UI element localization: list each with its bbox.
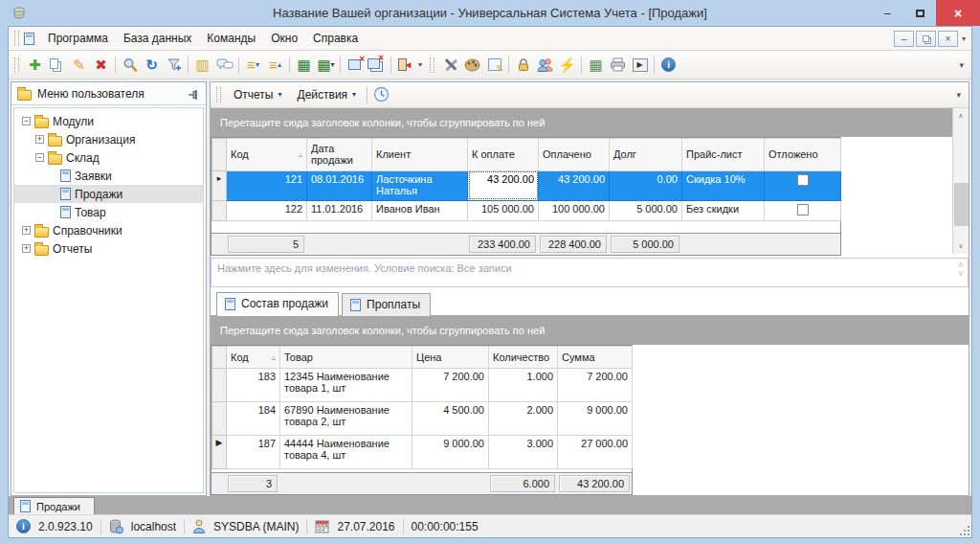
cell-debt[interactable]: 0.00 [610,170,682,200]
tab-payments[interactable]: Проплаты [342,293,431,316]
cell-price[interactable]: 9 000.00 [412,436,489,469]
cell-pricelist[interactable]: Скидка 10% [682,170,765,200]
column-header-paid[interactable]: Оплачено [539,138,610,170]
column-header-code[interactable]: Код▵ [227,138,307,170]
cell-code[interactable]: 184 [227,402,280,436]
cell-paid[interactable]: 100 000.00 [539,200,610,220]
cell-sum[interactable]: 7 200.00 [558,369,633,402]
table-row[interactable]: ▸ 121 08.01.2016 Ласточкина Наталья 43 2… [212,170,841,200]
palette-button[interactable] [461,54,483,76]
exit-options-icon[interactable]: ▾ [418,60,422,69]
mdi-minimize-button[interactable]: – [894,31,914,47]
items-group-by-bar[interactable]: Перетащите сюда заголовок колонки, чтобы… [211,316,969,345]
menu-program[interactable]: Программа [40,29,116,48]
column-header-to-pay[interactable]: К оплате [468,138,539,170]
column-header-sum[interactable]: Сумма [558,347,633,369]
column-header-debt[interactable]: Долг [610,138,682,170]
menu-commands[interactable]: Команды [199,29,263,48]
cell-price[interactable]: 4 500.00 [412,402,489,436]
vertical-scrollbar[interactable]: ∧ ∨ [952,108,969,254]
cell-sum[interactable]: 9 000.00 [558,402,633,436]
filter-bar[interactable]: Нажмите здесь для изменения. Условие пои… [211,258,969,288]
column-header-code[interactable]: Код▵ [227,347,280,369]
form-designer-button[interactable]: ✎ [483,54,505,76]
cell-sum[interactable]: 27 000.00 [558,436,633,469]
tab-sale-composition[interactable]: Состав продажи [216,292,339,316]
close-button[interactable]: × [936,0,980,26]
column-header-deferred[interactable]: Отложено [765,138,841,170]
mdi-restore-button[interactable] [916,31,936,47]
edit-record-button[interactable]: ✎ [68,54,90,76]
cell-code[interactable]: 183 [227,369,280,402]
cell-product[interactable]: 67890 Наименование товара 2, шт [280,402,412,436]
mdi-close-button[interactable]: × [938,31,958,47]
maximize-button[interactable] [903,4,936,23]
cell-product[interactable]: 12345 Наименование товара 1, шт [280,369,412,402]
cell-qty[interactable]: 3.000 [489,436,558,469]
cell-code[interactable]: 187 [227,436,280,469]
menu-help[interactable]: Справка [305,29,366,48]
filter-button[interactable] [163,54,185,76]
tree-item-modules[interactable]: − Модули [14,112,203,130]
table-row[interactable]: 183 12345 Наименование товара 1, шт 7 20… [212,369,633,402]
table-row[interactable]: ▶ 187 44444 Наименование товара 4, шт 9 … [212,436,633,469]
grid-view-button[interactable]: ▦ [585,54,607,76]
scrollbar-thumb[interactable] [954,183,969,226]
actionbar-overflow-icon[interactable]: ▾ [956,90,965,100]
cell-date[interactable]: 11.01.2016 [307,200,372,220]
tree-item-goods[interactable]: Товар [14,203,203,221]
cell-product[interactable]: 44444 Наименование товара 4, шт [280,436,412,469]
exit-button[interactable]: ◄ [394,54,416,76]
cell-date[interactable]: 08.01.2016 [307,170,372,200]
collapse-node-icon[interactable]: − [22,117,31,125]
records-button[interactable]: ▥ [191,54,213,76]
cell-paid[interactable]: 43 200.00 [539,170,610,200]
cell-deferred[interactable] [765,200,841,220]
cell-qty[interactable]: 2.000 [489,402,558,436]
tree-item-organization[interactable]: + Организация [14,130,203,148]
toolbar-overflow-icon[interactable]: ▾ [959,60,968,70]
cell-price[interactable]: 7 200.00 [412,369,489,402]
cell-code[interactable]: 121 [227,170,307,200]
scrollbar-track[interactable] [953,124,969,238]
expand-tree-button[interactable]: ≡▾ [242,54,264,76]
tree-item-directories[interactable]: + Справочники [14,221,203,239]
collapse-node-icon[interactable]: − [35,153,44,162]
delete-record-button[interactable]: ✖ [90,54,112,76]
cell-to-pay-focused[interactable]: 43 200.00 [468,170,539,200]
cell-to-pay[interactable]: 105 000.00 [468,200,539,220]
menu-window[interactable]: Окно [263,29,305,48]
reports-menu-button[interactable]: Отчеты ▾ [226,84,290,105]
cell-code[interactable]: 122 [227,200,307,220]
deferred-checkbox[interactable] [797,174,809,186]
column-header-pricelist[interactable]: Прайс-лист [682,138,765,170]
expand-node-icon[interactable]: + [22,226,31,235]
cell-pricelist[interactable]: Без скидки [682,200,765,220]
menubar-overflow-icon[interactable]: ▾ [962,34,966,43]
column-header-client[interactable]: Клиент [372,138,468,170]
toolbar-drag-handle[interactable] [14,57,19,73]
actions-menu-button[interactable]: Действия ▾ [290,84,365,105]
collapse-tree-button[interactable]: ≡▴ [264,54,286,76]
close-window-button[interactable]: × [344,54,366,76]
users-button[interactable] [534,54,556,76]
close-all-windows-button[interactable]: × [366,54,388,76]
actionbar-drag-handle[interactable] [216,87,221,102]
run-button[interactable]: ▶ [629,54,651,76]
resize-grip[interactable] [960,526,969,535]
refresh-button[interactable]: ↻ [141,54,163,76]
column-header-qty[interactable]: Количество [489,347,558,369]
cell-qty[interactable]: 1.000 [489,369,558,402]
column-header-price[interactable]: Цена [412,347,489,369]
table-row[interactable]: 122 11.01.2016 Иванов Иван 105 000.00 10… [212,200,841,220]
about-button[interactable]: i [657,54,679,76]
minimize-button[interactable]: – [871,4,903,23]
menubar-drag-handle[interactable] [14,31,19,46]
scroll-down-button[interactable]: ∨ [953,238,969,254]
pin-icon[interactable] [188,87,200,100]
cell-client[interactable]: Ласточкина Наталья [372,170,468,200]
copy-record-button[interactable] [46,54,68,76]
lock-button[interactable] [512,54,534,76]
tree-item-reports[interactable]: + Отчеты [14,239,203,258]
table-row[interactable]: 184 67890 Наименование товара 2, шт 4 50… [212,402,633,436]
